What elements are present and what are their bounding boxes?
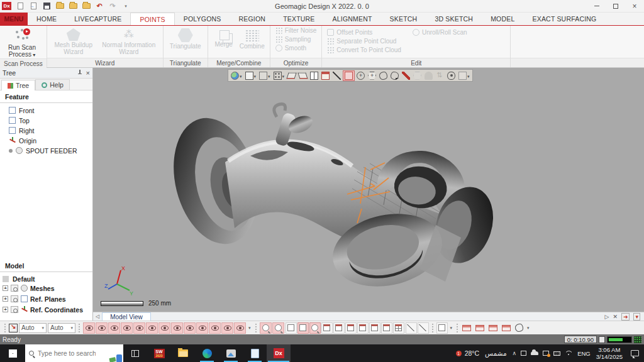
measure-angle-button[interactable] [406,322,417,334]
toolbar-grip[interactable] [456,323,458,333]
wireframe-display-button[interactable] [272,70,286,81]
freeform-select-button[interactable] [378,70,389,81]
copy-view-dropdown[interactable]: ▾ [449,326,454,331]
save-button[interactable] [42,2,52,11]
notification-app-icon[interactable] [543,351,549,356]
selection-mode-icon[interactable] [9,324,18,332]
toggle-plane-visibility[interactable] [133,322,145,334]
measure-length-button[interactable] [461,322,472,334]
tab-help[interactable]: Help [35,79,70,90]
scanned-model-spout-feeder[interactable] [93,68,644,312]
pin-icon[interactable] [77,70,82,76]
action-center-icon[interactable] [631,350,639,356]
separate-point-cloud-button[interactable]: Separate Point Cloud [327,38,401,45]
tab-exact-surfacing[interactable]: EXACT SURFACING [523,13,605,25]
copy-view-button[interactable] [436,322,448,334]
toggle-curve-visibility[interactable] [184,322,196,334]
normal-information-wizard-button[interactable]: Normal Information Wizard [97,28,160,55]
polygon-select-button[interactable] [367,70,377,81]
toggle-region-visibility[interactable] [171,322,183,334]
convert-to-point-cloud-button[interactable]: Convert To Point Cloud [327,47,401,53]
onedrive-icon[interactable] [531,351,538,355]
section-table-button[interactable] [320,70,331,81]
tray-expand-icon[interactable]: ∧ [513,350,517,356]
expand-icon[interactable]: + [3,296,8,302]
normal-plane-view-button[interactable] [286,70,297,81]
photos-app-button[interactable] [219,344,243,362]
measure-section-button[interactable] [501,322,512,334]
paint-select-button[interactable] [401,70,411,81]
tree-item-origin[interactable]: Origin [9,136,92,145]
toggle-polyline-visibility[interactable] [209,322,221,334]
search-input[interactable] [38,349,96,357]
filter-noise-button[interactable]: Filter Noise [275,27,317,34]
model-item-meshes[interactable]: + Meshes [3,283,92,293]
toggle-measurement-visibility[interactable] [234,322,246,334]
visibility-icon[interactable] [11,285,18,292]
view-grid-button[interactable] [393,322,404,334]
tree-item-top[interactable]: Top [9,116,92,125]
touch-keyboard-icon[interactable] [553,351,560,356]
run-scan-process-button[interactable]: Run Scan Process [3,28,42,58]
temperature-label[interactable]: 28°C [465,349,479,357]
scroll-left-icon[interactable]: ◁ [93,314,102,319]
open-recent-button[interactable] [68,2,78,11]
toggle-mesh-visibility[interactable] [121,322,133,334]
model-view-tab[interactable]: Model View [102,312,151,321]
line-select-button[interactable] [331,70,342,81]
scroll-right-icon[interactable]: ▷ [604,314,609,320]
tools-overflow-dropdown[interactable]: ▾ [526,326,531,331]
view-list-dropdown[interactable]: ▾ [633,313,640,321]
view-magnify-button[interactable] [309,322,321,334]
view-top-button[interactable] [357,322,369,334]
geomagic-app-button[interactable]: Dx [267,344,291,362]
tab-home[interactable]: HOME [28,13,65,25]
taskbar-search[interactable] [25,344,123,362]
tab-texture[interactable]: TEXTURE [274,13,323,25]
visibility-icon[interactable] [11,306,18,313]
start-button[interactable] [0,344,25,362]
toolbar-grip[interactable] [78,323,80,333]
file-explorer-button[interactable] [171,344,195,362]
toggle-coordinate-visibility[interactable] [221,322,233,334]
zoom-world-button[interactable] [272,322,284,334]
circle-select-button[interactable] [355,70,366,81]
tab-3d-sketch[interactable]: 3D SKETCH [426,13,482,25]
lasso-select-button[interactable] [389,70,400,81]
measure-arc-button[interactable] [474,322,486,334]
display-options-button[interactable] [457,70,471,81]
tree-item-spout-feeder[interactable]: SPOUT FEEDER [9,146,92,155]
toggle-world-visibility[interactable] [96,322,108,334]
3d-viewport[interactable]: X Y Z 250 mm [93,68,644,312]
view-orientation-button[interactable] [230,70,243,81]
offset-points-button[interactable]: Offset Points [327,29,401,36]
view-isometric-button[interactable] [286,322,297,334]
toggle-sketch-visibility[interactable] [146,322,158,334]
toggle-pointcloud-visibility[interactable] [108,322,120,334]
shape-tool-button[interactable] [513,322,525,334]
redo-button[interactable]: ↷ [108,2,118,11]
toggle-grid-visibility[interactable] [196,322,208,334]
menu-tab[interactable]: MENU [0,13,28,25]
close-button[interactable]: × [625,0,644,12]
model-item-ref-planes[interactable]: + Ref. Planes [3,294,92,304]
zoom-fit-button[interactable] [260,322,272,334]
mesh-buildup-wizard-button[interactable]: Mesh Buildup Wizard [50,28,97,55]
undo-button[interactable]: ↶ [94,2,104,11]
expand-icon[interactable]: + [3,307,8,312]
select-through-button[interactable] [423,70,434,81]
toolbar-grip[interactable] [431,323,434,333]
new-view-button[interactable]: ➜ [621,313,630,321]
show-selection-button[interactable] [446,70,457,81]
tab-alignment[interactable]: ALIGNMENT [324,13,381,25]
measure-distance-button[interactable] [418,322,429,334]
view-custom-button[interactable] [381,322,392,334]
model-item-default[interactable]: Default [3,274,92,283]
view-front-button[interactable] [297,322,309,334]
toggle-3dsketch-visibility[interactable] [158,322,170,334]
auto-dropdown-2[interactable]: Auto▾ [48,323,75,333]
tree-item-front[interactable]: Front [9,106,92,115]
browser-app-button[interactable] [195,344,219,362]
model-item-ref-coordinates[interactable]: + Ref. Coordinates [3,305,92,314]
solidworks-app-button[interactable]: SW2023 [147,344,171,362]
